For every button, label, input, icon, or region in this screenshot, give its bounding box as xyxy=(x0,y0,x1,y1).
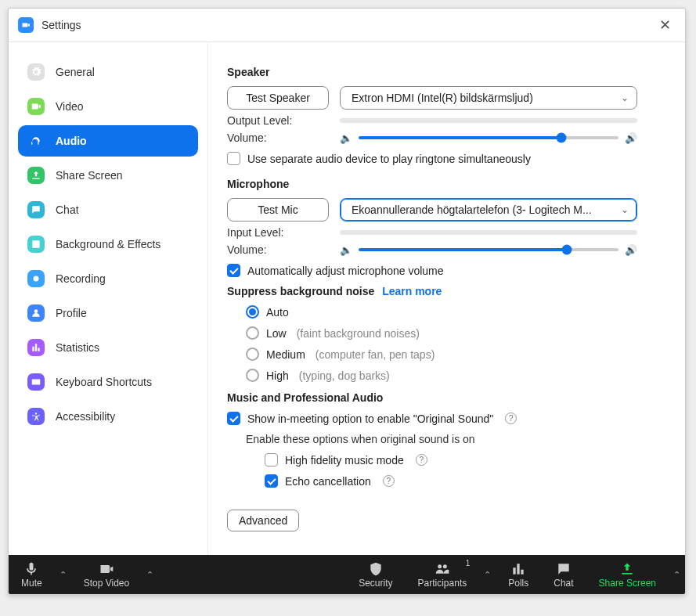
participants-count-badge: 1 xyxy=(466,559,471,567)
mute-label: Mute xyxy=(21,578,42,589)
speaker-device-value: Extron HDMI (Intel(R) bildskärmsljud) xyxy=(352,92,533,104)
participants-button[interactable]: 1 Participants xyxy=(406,558,480,592)
show-original-sound-checkbox[interactable] xyxy=(227,412,240,425)
sidebar-item-audio[interactable]: Audio xyxy=(18,125,198,157)
sidebar-item-recording[interactable]: Recording xyxy=(18,263,198,294)
body: General Video Audio xyxy=(9,42,685,555)
sidebar-item-label: Accessibility xyxy=(56,410,115,423)
participants-label: Participants xyxy=(418,578,467,589)
window-title: Settings xyxy=(41,19,655,31)
high-fidelity-checkbox[interactable] xyxy=(265,453,278,467)
sidebar-item-label: Profile xyxy=(56,307,87,319)
volume-high-icon: 🔊 xyxy=(625,244,637,256)
volume-low-icon: 🔈 xyxy=(340,244,352,256)
microphone-heading: Microphone xyxy=(227,178,658,190)
auto-adjust-mic-label: Automatically adjust microphone volume xyxy=(247,265,444,277)
show-original-sound-label: Show in-meeting option to enable "Origin… xyxy=(247,412,493,425)
sidebar-item-keyboard-shortcuts[interactable]: Keyboard Shortcuts xyxy=(18,366,198,398)
echo-cancellation-label: Echo cancellation xyxy=(285,475,371,488)
sidebar-item-share-screen[interactable]: Share Screen xyxy=(18,160,198,191)
polls-button[interactable]: Polls xyxy=(496,558,541,592)
auto-adjust-mic-checkbox[interactable] xyxy=(227,264,240,277)
share-screen-icon xyxy=(619,561,635,577)
sidebar-item-label: Statistics xyxy=(56,341,99,354)
participants-icon xyxy=(435,561,450,577)
speaker-volume-slider[interactable] xyxy=(359,136,618,139)
polls-label: Polls xyxy=(508,578,528,589)
video-icon xyxy=(27,98,45,115)
output-level-label: Output Level: xyxy=(227,114,329,127)
share-screen-options-caret[interactable]: ⌃ xyxy=(669,570,685,580)
meeting-control-bar: Mute ⌃ Stop Video ⌃ Security 1 Participa… xyxy=(9,555,685,594)
slider-thumb[interactable] xyxy=(556,133,566,143)
sidebar-item-label: General xyxy=(56,66,95,78)
sidebar-item-statistics[interactable]: Statistics xyxy=(18,332,198,363)
slider-thumb[interactable] xyxy=(561,245,572,255)
help-icon[interactable]: ? xyxy=(416,454,427,466)
suppress-heading: Suppress background noise xyxy=(227,285,374,297)
mic-input-level-meter xyxy=(340,230,637,235)
close-icon[interactable]: ✕ xyxy=(655,15,676,35)
suppress-low-radio[interactable] xyxy=(246,326,259,340)
advanced-button[interactable]: Advanced xyxy=(227,510,299,531)
chevron-down-icon: ⌄ xyxy=(621,92,629,103)
sidebar-item-video[interactable]: Video xyxy=(18,91,198,122)
security-button[interactable]: Security xyxy=(346,558,405,592)
sidebar-item-background-effects[interactable]: Background & Effects xyxy=(18,229,198,260)
polls-icon xyxy=(510,561,526,577)
share-screen-label: Share Screen xyxy=(599,578,656,589)
sidebar-item-label: Video xyxy=(56,100,84,113)
profile-icon xyxy=(27,304,45,322)
sidebar-item-accessibility[interactable]: Accessibility xyxy=(18,401,198,432)
settings-sidebar: General Video Audio xyxy=(9,42,208,555)
keyboard-icon xyxy=(27,373,45,391)
sidebar-item-label: Audio xyxy=(56,135,87,147)
sidebar-item-label: Recording xyxy=(56,272,106,285)
speaker-volume-label: Volume: xyxy=(227,131,329,144)
video-options-caret[interactable]: ⌃ xyxy=(142,570,158,580)
sidebar-item-general[interactable]: General xyxy=(18,56,198,88)
help-icon[interactable]: ? xyxy=(505,412,517,424)
suppress-high-radio[interactable] xyxy=(246,369,259,382)
record-icon xyxy=(27,270,45,287)
titlebar: Settings ✕ xyxy=(9,9,685,42)
test-mic-button[interactable]: Test Mic xyxy=(227,198,329,222)
mute-options-caret[interactable]: ⌃ xyxy=(55,570,71,580)
suppress-option-hint: (computer fan, pen taps) xyxy=(316,348,435,361)
ringtone-separate-checkbox[interactable] xyxy=(227,152,240,165)
ringtone-separate-label: Use separate audio device to play ringto… xyxy=(247,153,531,165)
mic-volume-label: Volume: xyxy=(227,243,329,256)
suppress-option-hint: (faint background noises) xyxy=(297,327,420,340)
microphone-device-select[interactable]: Ekoannullerande högtalartelefon (3- Logi… xyxy=(340,198,637,222)
sidebar-item-profile[interactable]: Profile xyxy=(18,297,198,329)
gear-icon xyxy=(27,63,45,81)
accessibility-icon xyxy=(27,408,45,425)
speaker-device-select[interactable]: Extron HDMI (Intel(R) bildskärmsljud) ⌄ xyxy=(340,86,637,110)
suppress-medium-radio[interactable] xyxy=(246,348,259,361)
suppress-learn-more-link[interactable]: Learn more xyxy=(382,285,442,297)
sidebar-item-label: Chat xyxy=(56,204,79,216)
high-fidelity-label: High fidelity music mode xyxy=(285,454,404,467)
stop-video-button[interactable]: Stop Video xyxy=(71,558,142,592)
shield-icon xyxy=(368,561,384,577)
share-screen-button[interactable]: Share Screen xyxy=(586,558,669,592)
chat-icon xyxy=(556,561,572,577)
test-speaker-button[interactable]: Test Speaker xyxy=(227,86,329,110)
sidebar-item-chat[interactable]: Chat xyxy=(18,194,198,225)
suppress-heading-row: Suppress background noise Learn more xyxy=(227,285,658,297)
suppress-option-label: Low xyxy=(266,327,287,340)
background-effects-icon xyxy=(27,236,45,253)
participants-options-caret[interactable]: ⌃ xyxy=(479,570,496,580)
echo-cancellation-checkbox[interactable] xyxy=(265,474,278,488)
mic-volume-slider[interactable] xyxy=(359,248,618,251)
suppress-option-label: Auto xyxy=(266,306,289,319)
help-icon[interactable]: ? xyxy=(383,475,395,487)
volume-high-icon: 🔊 xyxy=(625,132,637,144)
suppress-auto-radio[interactable] xyxy=(246,305,259,319)
sidebar-item-label: Share Screen xyxy=(56,169,123,182)
chat-button[interactable]: Chat xyxy=(541,558,586,592)
chat-icon xyxy=(27,201,45,218)
video-icon xyxy=(99,561,114,577)
mute-button[interactable]: Mute xyxy=(9,558,55,592)
volume-low-icon: 🔈 xyxy=(340,132,352,144)
